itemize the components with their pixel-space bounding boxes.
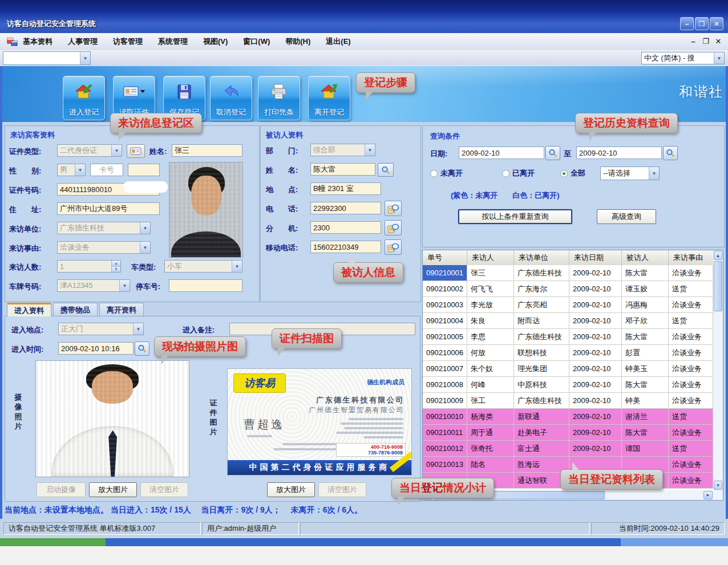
chevron-down-icon[interactable]: ▼ — [714, 52, 724, 64]
scroll-right-icon[interactable]: ► — [703, 491, 713, 499]
table-row[interactable]: 090210001 张三 广东德生科技 2009-02-10 陈大雷 洽谈业务 — [423, 265, 713, 281]
date-to-input[interactable]: 2009-02-10 — [576, 147, 662, 159]
window-minimize-button[interactable]: – — [680, 17, 694, 30]
zoom-photo-button[interactable]: 放大图片 — [89, 482, 137, 497]
date-to-picker-button[interactable] — [663, 146, 678, 160]
date-from-picker-button[interactable] — [545, 146, 560, 160]
entry-time-label: 进入时间: — [11, 344, 43, 355]
advanced-query-button[interactable]: 高级查询 — [597, 209, 656, 224]
vertical-scroll-thumb[interactable] — [714, 261, 722, 311]
radio-icon — [502, 170, 509, 177]
tab-carried-items[interactable]: 携带物品 — [53, 303, 98, 316]
table-row[interactable]: 090210011 周于通 赴美电子 2009-02-10 陈大雷 洽谈业务 — [423, 425, 713, 441]
scroll-up-icon[interactable]: ▲ — [714, 251, 722, 260]
menu-item[interactable]: 人事管理 — [68, 36, 98, 47]
table-row[interactable]: 090210006 何放 联想科技 2009-02-10 彭置 洽谈业务 — [423, 345, 713, 361]
table-header-cell[interactable]: 来访单位 — [514, 250, 569, 265]
censor-patch — [123, 181, 168, 193]
table-row[interactable]: 090210005 李思 广东德生科技 2009-02-10 陈大雷 洽谈业务 — [423, 329, 713, 345]
start-camera-button: 启动摄像 — [37, 482, 86, 497]
requery-button[interactable]: 按以上条件重新查询 — [458, 209, 572, 224]
mdi-close-button[interactable]: ✕ — [713, 36, 723, 46]
title-bar: 访客自动登记安全管理系统 – ❐ ✕ — [0, 0, 728, 33]
window-title: 访客自动登记安全管理系统 — [7, 19, 96, 29]
address-label: 住 址: — [9, 205, 41, 215]
print-receipt-button[interactable]: 打印凭条 — [258, 76, 300, 120]
vertical-scrollbar[interactable]: ▲ ▼ — [713, 250, 723, 490]
table-header-cell[interactable]: 来访日期 — [569, 250, 622, 265]
mobile-input[interactable]: 15602210349 — [310, 241, 381, 253]
visitor-name-input[interactable]: 张三 — [172, 144, 242, 157]
entry-place-combo: 正大门▼ — [58, 323, 144, 335]
table-row[interactable]: 090210010 杨海类 新联通 2009-02-10 谢清兰 送货 — [423, 409, 713, 425]
visited-name-input[interactable]: 陈大雷 — [310, 163, 375, 176]
visitor-section-title: 来访宾客资料 — [10, 130, 55, 140]
table-row[interactable]: 090210003 李光放 广东亮相 2009-02-10 冯惠梅 洽谈业务 — [423, 297, 713, 313]
tab-leave-info[interactable]: 离开资料 — [99, 303, 144, 316]
location-input[interactable]: B幢 2301 室 — [310, 182, 381, 195]
plate-combo: 津A12345▼ — [57, 279, 130, 292]
date-from-input[interactable]: 2009-02-10 — [459, 147, 544, 159]
menu-item[interactable]: 基本资料 — [23, 36, 52, 47]
tab-entry-info[interactable]: 进入资料 — [7, 303, 51, 316]
table-row[interactable]: 090210007 朱个奴 理光集团 2009-02-10 钟美玉 洽谈业务 — [423, 361, 713, 377]
leave-register-button[interactable]: 离开登记 — [308, 76, 350, 120]
mdi-minimize-button[interactable]: – — [688, 36, 698, 46]
window-bottom-frame — [0, 538, 728, 546]
parking-label: 停车号: — [136, 282, 160, 292]
notify-phone-button[interactable] — [385, 201, 402, 216]
language-combo[interactable]: 中文 (简体) - 搜▼ — [641, 52, 725, 64]
card-no-input[interactable] — [128, 164, 160, 176]
dept-combo: 综合部▼ — [310, 144, 375, 156]
scroll-down-icon[interactable]: ▼ — [714, 481, 722, 490]
menu-item[interactable]: 系统管理 — [158, 36, 188, 47]
phone-input[interactable]: 22992300 — [310, 202, 381, 214]
address-input[interactable]: 广州市中山大道89号 — [57, 202, 160, 215]
menu-item[interactable]: 视图(V) — [203, 36, 228, 47]
menu-item[interactable]: 窗口(W) — [243, 36, 270, 47]
table-row[interactable]: 090210009 张工 广东德生科技 2009-02-10 钟美 洽谈业务 — [423, 393, 713, 409]
menu-item[interactable]: 帮助(H) — [285, 36, 310, 47]
menu-item[interactable]: 退出(E) — [326, 36, 350, 47]
enter-register-button[interactable]: 进入登记 — [63, 76, 105, 120]
card-logo: 访客易 — [233, 373, 286, 393]
callout-id-scan: 证件扫描图 — [272, 328, 342, 349]
window-left-border — [0, 66, 2, 546]
ext-input[interactable]: 2300 — [310, 221, 381, 234]
window-restore-button[interactable]: ❐ — [695, 17, 709, 30]
table-header-cell[interactable]: 来访人 — [467, 250, 514, 265]
status-bar: 访客自动登记安全管理系统 单机标准版3.007 用户:admin-超级用户 当前… — [0, 519, 728, 538]
menu-item[interactable]: 访客管理 — [113, 36, 143, 47]
status-spacer — [300, 522, 590, 535]
table-header-cell[interactable]: 单号 — [423, 250, 467, 265]
chevron-down-icon: ▼ — [649, 167, 659, 180]
radio-not-left[interactable]: 未离开 — [430, 168, 463, 178]
cancel-register-button[interactable]: 取消登记 — [210, 76, 252, 120]
scanned-id-card: 访客易 德生机构成员 广东德生科技有限公司 广州德生智盟贸易有限公司 曹超逸 4… — [227, 368, 412, 475]
callout-visit-info-area: 来访信息登记区 — [110, 113, 202, 133]
radio-all[interactable]: 全部 — [560, 168, 585, 178]
card-reader-button[interactable] — [127, 144, 145, 158]
entry-time-input[interactable]: 2009-02-10 10:16 — [58, 342, 134, 355]
status-filter-combo[interactable]: --请选择▼ — [600, 166, 660, 180]
table-row[interactable]: 090210004 朱良 附而达 2009-02-10 邓子欣 送货 — [423, 313, 713, 329]
table-row[interactable]: 090210002 何飞飞 广东海尔 2009-02-10 谭玉姣 送货 — [423, 281, 713, 297]
chevron-down-icon[interactable]: ▼ — [80, 52, 90, 64]
color-legend: (紫色：未离开 白色：已离开) — [451, 190, 560, 201]
notify-mobile-button[interactable] — [385, 239, 402, 255]
notify-ext-button[interactable] — [385, 220, 402, 235]
table-row[interactable]: 090210008 何峰 中原科技 2009-02-10 陈大雷 洽谈业务 — [423, 377, 713, 393]
zoom-card-button[interactable]: 放大图片 — [267, 482, 315, 497]
lookup-person-button[interactable] — [378, 163, 394, 177]
card-reader-icon — [130, 147, 141, 155]
reason-label: 来访事由: — [9, 243, 41, 254]
table-row[interactable]: 090210012 张奇托 富士通 2009-02-10 谭国 送货 — [423, 441, 713, 457]
radio-left[interactable]: 已离开 — [502, 168, 535, 178]
table-header-cell[interactable]: 被访人 — [622, 250, 669, 265]
parking-input[interactable] — [169, 279, 242, 292]
quick-select-combo[interactable]: ▼ — [3, 51, 91, 65]
window-close-button[interactable]: ✕ — [710, 17, 723, 30]
status-version: 访客自动登记安全管理系统 单机标准版3.007 — [3, 522, 201, 535]
entry-time-picker-button[interactable] — [135, 342, 149, 356]
mdi-restore-button[interactable]: ❐ — [701, 36, 711, 46]
